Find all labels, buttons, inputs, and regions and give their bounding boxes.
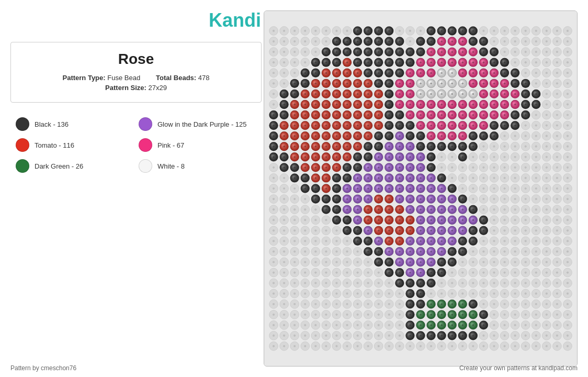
color-item: Black - 136 (16, 117, 133, 131)
footer-author: Pattern by cmeschon76 (10, 364, 76, 372)
type-label: Pattern Type: Fuse Bead (63, 74, 141, 82)
color-item: White - 8 (139, 159, 256, 173)
info-row-size: Pattern Size: 27x29 (21, 84, 251, 92)
color-item: Tomato - 116 (16, 138, 133, 152)
color-label: Dark Green - 26 (35, 162, 83, 170)
pattern-info-box: Rose Pattern Type: Fuse Bead Total Beads… (10, 42, 262, 103)
beads-label: Total Beads: 478 (156, 74, 209, 82)
color-item: Dark Green - 26 (16, 159, 133, 173)
color-swatch (139, 117, 152, 131)
logo-kandi: Kandi (209, 9, 261, 31)
pattern-title: Rose (21, 51, 251, 68)
color-label: Tomato - 116 (35, 141, 74, 149)
color-label: White - 8 (157, 162, 185, 170)
color-item: Pink - 67 (139, 138, 256, 152)
color-swatch (139, 159, 152, 173)
color-label: Glow in the Dark Purple - 125 (157, 120, 247, 128)
color-label: Black - 136 (35, 120, 69, 128)
color-item: Glow in the Dark Purple - 125 (139, 117, 256, 131)
color-swatch (16, 138, 29, 152)
color-legend: Black - 136Glow in the Dark Purple - 125… (10, 112, 262, 178)
size-label: Pattern Size: 27x29 (105, 84, 167, 92)
info-row-type: Pattern Type: Fuse Bead Total Beads: 478 (21, 74, 251, 82)
bead-canvas (264, 11, 577, 366)
color-label: Pink - 67 (157, 141, 184, 149)
left-panel: Rose Pattern Type: Fuse Bead Total Beads… (10, 42, 262, 178)
footer-cta: Create your own patterns at kandipad.com (459, 364, 578, 372)
color-swatch (16, 117, 29, 131)
color-swatch (139, 138, 152, 152)
color-swatch (16, 159, 29, 173)
bead-grid-panel (264, 10, 578, 367)
